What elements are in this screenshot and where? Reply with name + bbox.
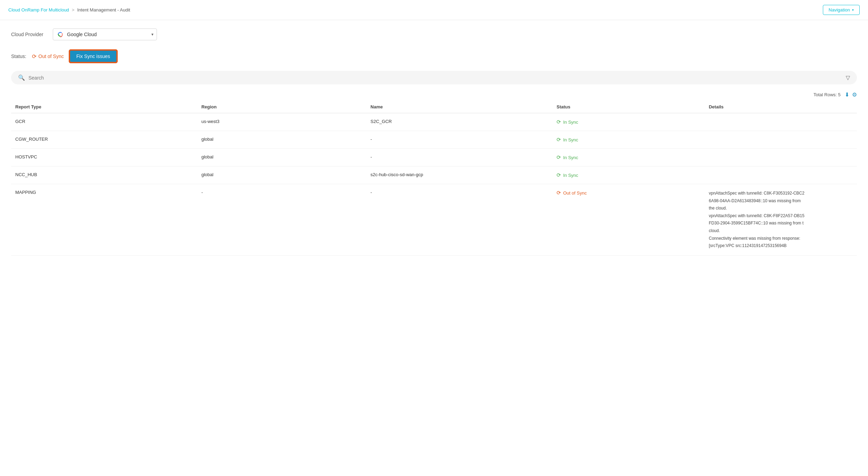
cell-status: ⟳In Sync <box>552 166 704 184</box>
cell-region: - <box>197 184 366 256</box>
status-in-sync: ⟳In Sync <box>557 119 700 125</box>
download-icon[interactable]: ⬇ <box>845 91 849 98</box>
status-row: Status: ⟳ Out of Sync Fix Sync issues <box>11 50 857 63</box>
cell-report-type: HOSTVPC <box>11 149 197 166</box>
fix-sync-button[interactable]: Fix Sync issues <box>69 50 117 63</box>
cell-report-type: CGW_ROUTER <box>11 131 197 149</box>
details-line: vpnAttachSpec with tunnelId: C8K-F8F22A5… <box>709 212 853 220</box>
status-label: Status: <box>11 54 26 59</box>
breadcrumb-link[interactable]: Cloud OnRamp For Multicloud <box>8 7 69 13</box>
total-rows-label: Total Rows: 5 <box>813 92 841 97</box>
navigation-button[interactable]: Navigation ▾ <box>823 5 860 15</box>
cell-report-type: MAPPING <box>11 184 197 256</box>
details-line: [srcType:VPC src:112431914725315694B <box>709 242 853 250</box>
settings-icon[interactable]: ⚙ <box>852 91 857 98</box>
cell-name: - <box>366 131 552 149</box>
status-text: Out of Sync <box>563 190 587 196</box>
details-line: cloud. <box>709 227 853 235</box>
table-row: CGW_ROUTERglobal-⟳In Sync <box>11 131 857 149</box>
cell-details <box>704 131 857 149</box>
cell-region: global <box>197 131 366 149</box>
breadcrumb: Cloud OnRamp For Multicloud > Intent Man… <box>8 7 130 13</box>
cell-status: ⟳In Sync <box>552 131 704 149</box>
cloud-provider-select[interactable]: Google Cloud AWS Azure <box>53 28 157 40</box>
cloud-provider-label: Cloud Provider <box>11 32 46 37</box>
cell-status: ⟳Out of Sync <box>552 184 704 256</box>
status-text: In Sync <box>563 120 578 125</box>
cell-name: s2c-hub-cisco-sd-wan-gcp <box>366 166 552 184</box>
search-bar: 🔍 ▽ <box>11 71 857 84</box>
navigation-button-label: Navigation <box>829 7 850 13</box>
status-text: In Sync <box>563 155 578 160</box>
table-row: HOSTVPCglobal-⟳In Sync <box>11 149 857 166</box>
cloud-provider-row: Cloud Provider Google Cloud AWS Azure ▾ <box>11 28 857 40</box>
col-header-report-type: Report Type <box>11 101 197 113</box>
top-bar: Cloud OnRamp For Multicloud > Intent Man… <box>0 0 868 20</box>
search-icon: 🔍 <box>18 74 25 81</box>
sync-green-icon: ⟳ <box>557 172 561 178</box>
cell-region: global <box>197 149 366 166</box>
sync-green-icon: ⟳ <box>557 154 561 161</box>
sync-red-icon: ⟳ <box>557 190 561 196</box>
status-in-sync: ⟳In Sync <box>557 172 700 178</box>
data-table: Report Type Region Name Status Details G… <box>11 101 857 256</box>
details-line: Connectivity element was missing from re… <box>709 235 853 243</box>
cloud-provider-select-wrapper: Google Cloud AWS Azure ▾ <box>53 28 157 40</box>
cell-status: ⟳In Sync <box>552 149 704 166</box>
cell-status: ⟳In Sync <box>552 113 704 131</box>
col-header-details: Details <box>704 101 857 113</box>
search-input[interactable] <box>28 75 850 81</box>
col-header-status: Status <box>552 101 704 113</box>
status-value: Out of Sync <box>39 54 64 59</box>
cell-name: S2C_GCR <box>366 113 552 131</box>
cell-name: - <box>366 184 552 256</box>
cell-report-type: NCC_HUB <box>11 166 197 184</box>
table-row: GCRus-west3S2C_GCR⟳In Sync <box>11 113 857 131</box>
filter-icon[interactable]: ▽ <box>846 74 850 81</box>
status-out-of-sync: ⟳Out of Sync <box>557 190 700 196</box>
cell-details: vpnAttachSpec with tunnelId: C8K-F305319… <box>704 184 857 256</box>
breadcrumb-current: Intent Management - Audit <box>77 7 130 13</box>
col-header-region: Region <box>197 101 366 113</box>
details-line: FD30-2904-3599C15BF74C::10 was missing f… <box>709 220 853 227</box>
status-text: In Sync <box>563 137 578 142</box>
sync-green-icon: ⟳ <box>557 119 561 125</box>
out-of-sync-badge: ⟳ Out of Sync <box>32 53 64 60</box>
table-meta: Total Rows: 5 ⬇ ⚙ <box>11 91 857 98</box>
status-text: In Sync <box>563 173 578 178</box>
cell-details <box>704 166 857 184</box>
sync-green-icon: ⟳ <box>557 137 561 143</box>
col-header-name: Name <box>366 101 552 113</box>
table-header: Report Type Region Name Status Details <box>11 101 857 113</box>
table-row: MAPPING--⟳Out of SyncvpnAttachSpec with … <box>11 184 857 256</box>
status-in-sync: ⟳In Sync <box>557 154 700 161</box>
details-line: 6A98-04AA-D2A613483948::10 was missing f… <box>709 197 853 205</box>
breadcrumb-separator: > <box>72 7 75 13</box>
table-row: NCC_HUBglobals2c-hub-cisco-sd-wan-gcp⟳In… <box>11 166 857 184</box>
cell-name: - <box>366 149 552 166</box>
table-meta-icons: ⬇ ⚙ <box>845 91 857 98</box>
chevron-down-icon: ▾ <box>852 8 854 12</box>
status-in-sync: ⟳In Sync <box>557 137 700 143</box>
cell-region: us-west3 <box>197 113 366 131</box>
details-line: the cloud. <box>709 205 853 212</box>
cell-details <box>704 149 857 166</box>
table-body: GCRus-west3S2C_GCR⟳In SyncCGW_ROUTERglob… <box>11 113 857 256</box>
cell-details <box>704 113 857 131</box>
main-content: Cloud Provider Google Cloud AWS Azure ▾ … <box>0 20 868 264</box>
cell-region: global <box>197 166 366 184</box>
details-line: vpnAttachSpec with tunnelId: C8K-F305319… <box>709 190 853 197</box>
cell-report-type: GCR <box>11 113 197 131</box>
sync-red-icon: ⟳ <box>32 53 36 60</box>
